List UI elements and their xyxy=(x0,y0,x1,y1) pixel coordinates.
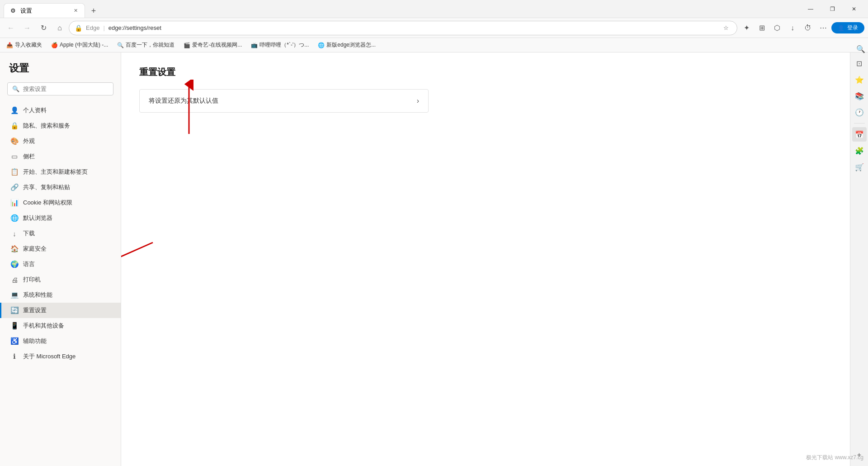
back-button[interactable]: ← xyxy=(4,21,18,35)
bookmark-edge[interactable]: 🌐 新版edge浏览器怎... xyxy=(315,40,378,50)
appearance-icon: 🎨 xyxy=(10,137,19,145)
sidebar-item-system[interactable]: 💻 系统和性能 xyxy=(0,287,121,303)
sidebar-item-about[interactable]: ℹ 关于 Microsoft Edge xyxy=(0,349,121,364)
sidebar-divider xyxy=(854,123,865,124)
sidebar-item-label: 默认浏览器 xyxy=(23,214,52,222)
sidebar-item-label: 侧栏 xyxy=(23,152,35,161)
history-sidebar-button[interactable]: 🕐 xyxy=(852,105,867,119)
apple-icon: 🍎 xyxy=(51,42,58,48)
sidebar-item-privacy[interactable]: 🔒 隐私、搜索和服务 xyxy=(0,118,121,133)
sidebar-item-sidebar[interactable]: ▭ 侧栏 xyxy=(0,149,121,164)
settings-sidebar: 设置 🔍 👤 个人资料 🔒 隐私、搜索和服务 🎨 外观 ▭ 侧栏 📋 开始、主页… xyxy=(0,52,121,466)
search-side-button[interactable]: 🔍 xyxy=(855,43,866,54)
search-icon: 🔍 xyxy=(12,86,19,92)
sidebar-icon: ▭ xyxy=(10,152,19,161)
refresh-button[interactable]: ↻ xyxy=(36,21,51,35)
separator: | xyxy=(103,24,104,31)
toolbar: ← → ↻ ⌂ 🔒 Edge | edge://settings/reset ☆… xyxy=(0,18,868,38)
tab-close-button[interactable]: ✕ xyxy=(72,7,79,14)
bookmark-bilibili[interactable]: 📺 哔哩哔哩（*`-'）つ... xyxy=(248,40,311,50)
extensions-sidebar-button[interactable]: 🧩 xyxy=(852,143,867,158)
shopping-sidebar-button[interactable]: 🛒 xyxy=(852,160,867,174)
login-button[interactable]: 👤 登录 xyxy=(831,22,864,33)
sidebar-item-label: 共享、复制和粘贴 xyxy=(23,183,70,191)
languages-icon: 🌍 xyxy=(10,260,19,268)
edge-label: Edge xyxy=(86,24,99,31)
sidebar-item-defaultbrowser[interactable]: 🌐 默认浏览器 xyxy=(0,210,121,226)
far-right-panel: 🔍 xyxy=(854,40,868,58)
sidebar-item-label: 语言 xyxy=(23,260,35,268)
right-sidebar: ⊡ ⭐ 📚 🕐 📅 🧩 🛒 + xyxy=(850,52,868,466)
sidebar-item-accessibility[interactable]: ♿ 辅助功能 xyxy=(0,333,121,349)
immersive-reader-button[interactable]: ⊡ xyxy=(852,56,867,71)
extensions-button[interactable]: ⬡ xyxy=(770,21,784,35)
edge-bm-icon: 🌐 xyxy=(318,42,325,48)
title-bar: ⚙ 设置 ✕ + — ❐ ✕ xyxy=(0,0,868,18)
sidebar-item-mobile[interactable]: 📱 手机和其他设备 xyxy=(0,318,121,333)
login-label: 登录 xyxy=(847,24,858,32)
sidebar-item-reset[interactable]: 🔄 重置设置 xyxy=(0,303,121,318)
sidebar-item-label: 重置设置 xyxy=(23,306,47,314)
sidebar-item-label: Cookie 和网站权限 xyxy=(23,199,72,207)
accessibility-icon: ♿ xyxy=(10,337,19,345)
bookmark-baidu[interactable]: 🔍 百度一下，你就知道 xyxy=(114,40,177,50)
reset-icon: 🔄 xyxy=(10,306,19,314)
bookmark-import[interactable]: 📥 导入收藏夹 xyxy=(4,40,45,50)
favorites-star-button[interactable]: ☆ xyxy=(721,23,731,33)
downloads-button[interactable]: ↓ xyxy=(785,21,800,35)
active-tab[interactable]: ⚙ 设置 ✕ xyxy=(4,3,85,18)
sidebar-item-label: 隐私、搜索和服务 xyxy=(23,122,70,130)
collections-sidebar-button[interactable]: 📚 xyxy=(852,89,867,103)
minimize-button[interactable]: — xyxy=(800,2,821,16)
sidebar-item-label: 打印机 xyxy=(23,276,41,284)
family-icon: 🏠 xyxy=(10,245,19,253)
lock-icon: 🔒 xyxy=(75,24,82,32)
favorites-sidebar-button[interactable]: ⭐ xyxy=(852,72,867,87)
sidebar-item-profile[interactable]: 👤 个人资料 xyxy=(0,103,121,118)
settings-main: 重置设置 将设置还原为其默认认值 › xyxy=(121,52,850,126)
tab-area: ⚙ 设置 ✕ + xyxy=(4,0,100,18)
tab-title: 设置 xyxy=(20,7,32,15)
collections-button[interactable]: ⊞ xyxy=(755,21,769,35)
sidebar-item-label: 下载 xyxy=(23,229,35,238)
sidebar-item-label: 辅助功能 xyxy=(23,337,47,345)
url-text: edge://settings/reset xyxy=(108,24,717,31)
maximize-button[interactable]: ❐ xyxy=(822,2,843,16)
browser-content: 设置 🔍 👤 个人资料 🔒 隐私、搜索和服务 🎨 外观 ▭ 侧栏 📋 开始、主页… xyxy=(0,52,868,466)
bookmark-iqiyi[interactable]: 🎬 爱奇艺-在线视频网... xyxy=(181,40,245,50)
import-icon: 📥 xyxy=(6,42,13,48)
sidebar-item-family[interactable]: 🏠 家庭安全 xyxy=(0,241,121,257)
bookmark-apple[interactable]: 🍎 Apple (中国大陆) -... xyxy=(48,40,111,50)
forward-button[interactable]: → xyxy=(20,21,34,35)
card-label: 将设置还原为其默认认值 xyxy=(149,97,417,105)
address-bar[interactable]: 🔒 Edge | edge://settings/reset ☆ xyxy=(69,21,737,35)
sidebar-item-share[interactable]: 🔗 共享、复制和粘贴 xyxy=(0,180,121,195)
cookies-icon: 📊 xyxy=(10,199,19,207)
about-icon: ℹ xyxy=(10,352,19,361)
watermark: 极光下载站 www.xz7.cg xyxy=(806,454,863,461)
close-button[interactable]: ✕ xyxy=(844,2,864,16)
sidebar-item-label: 关于 Microsoft Edge xyxy=(23,352,75,361)
search-input[interactable] xyxy=(23,86,108,92)
sidebar-item-label: 家庭安全 xyxy=(23,245,47,253)
new-tab-button[interactable]: + xyxy=(87,4,100,18)
sidebar-item-startpage[interactable]: 📋 开始、主页和新建标签页 xyxy=(0,164,121,180)
calendar-sidebar-button[interactable]: 📅 xyxy=(852,127,867,142)
system-icon: 💻 xyxy=(10,291,19,299)
red-arrow-diagonal-annotation xyxy=(121,238,157,283)
printer-icon: 🖨 xyxy=(10,276,19,284)
history-button[interactable]: ⏱ xyxy=(801,21,815,35)
sidebar-item-languages[interactable]: 🌍 语言 xyxy=(0,257,121,272)
home-button[interactable]: ⌂ xyxy=(52,21,67,35)
bookmark-label: Apple (中国大陆) -... xyxy=(60,41,108,49)
reset-default-card[interactable]: 将设置还原为其默认认值 › xyxy=(139,89,429,113)
sidebar-item-label: 系统和性能 xyxy=(23,291,52,299)
search-box[interactable]: 🔍 xyxy=(7,82,113,95)
sidebar-item-downloads[interactable]: ↓ 下载 xyxy=(0,226,121,241)
sidebar-item-appearance[interactable]: 🎨 外观 xyxy=(0,133,121,149)
more-button[interactable]: ⋯ xyxy=(816,21,830,35)
sidebar-item-printer[interactable]: 🖨 打印机 xyxy=(0,272,121,287)
copilot-button[interactable]: ✦ xyxy=(739,21,754,35)
sidebar-item-cookies[interactable]: 📊 Cookie 和网站权限 xyxy=(0,195,121,210)
card-arrow-icon: › xyxy=(417,97,419,105)
